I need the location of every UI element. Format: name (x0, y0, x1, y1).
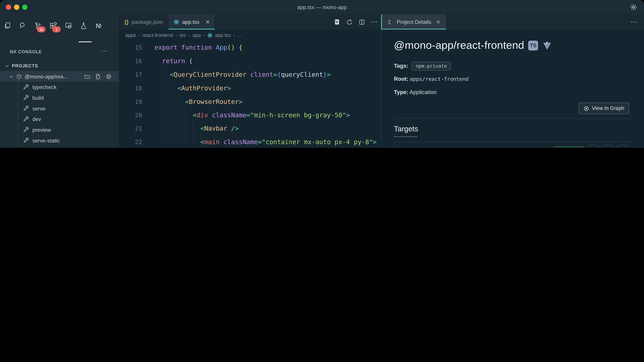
more-actions-icon[interactable]: ⋯ (102, 48, 108, 54)
more-actions-icon[interactable]: ⋯ (371, 18, 378, 26)
panel-tab-bar: Project Details ✕ ⋯ (382, 14, 644, 30)
breadcrumb-separator: › (176, 33, 177, 38)
tree-item-target-build-deps[interactable]: build-deps (0, 146, 119, 148)
target-label: preview (32, 127, 51, 133)
focus-graph-button[interactable] (602, 145, 614, 148)
close-tab-icon[interactable]: ✕ (436, 19, 440, 25)
code-area[interactable]: 15export function App() {16 return (17 <… (120, 41, 381, 148)
code-line: 15export function App() { (120, 41, 381, 55)
code-line: 19 <BrowserRouter> (120, 95, 381, 109)
list-tree-icon (388, 19, 394, 25)
breadcrumb: apps›react-frontend›src›app›app.tsx›... (120, 29, 381, 41)
tab-package-json[interactable]: {} package.json (120, 14, 168, 30)
wrench-icon (23, 127, 29, 133)
more-actions-icon[interactable]: ⋯ (630, 18, 638, 26)
remote-explorer-icon[interactable] (63, 20, 73, 30)
breadcrumb-separator: › (138, 33, 140, 38)
nx-console-icon[interactable]: N⟩ (94, 20, 104, 30)
tab-project-details[interactable]: Project Details ✕ (382, 14, 446, 30)
line-number: 18 (120, 82, 142, 95)
vscode-window: app.tsx — mono-app 32 1 (0, 0, 644, 148)
view-in-graph-button[interactable]: View In Graph (579, 103, 629, 114)
editor-group: {} package.json app.tsx ✕ ⋯ apps›react-f… (120, 14, 381, 148)
extensions-badge: 1 (52, 26, 61, 32)
root-row: Root: apps/react-frontend (394, 76, 469, 82)
breadcrumb-item[interactable]: react-frontend (142, 32, 173, 38)
tab-label: package.json (132, 19, 163, 25)
open-folder-icon[interactable] (84, 73, 90, 79)
testing-icon[interactable] (78, 20, 88, 30)
breadcrumb-item[interactable]: app (192, 32, 201, 38)
target-label: dev (32, 116, 41, 122)
focus-target-icon[interactable] (106, 73, 112, 79)
type-value: Application (410, 89, 437, 95)
button-label: View In Graph (592, 105, 624, 111)
wrench-icon (23, 137, 29, 143)
breadcrumb-separator: › (233, 33, 235, 38)
divider (394, 118, 632, 118)
settings-gear-icon[interactable] (630, 3, 638, 11)
tree-item-target-serve-static[interactable]: serve-static (0, 135, 119, 146)
root-value: apps/react-frontend (410, 76, 468, 82)
tree-item-target-build[interactable]: build (0, 92, 119, 103)
chevron-down-icon (9, 74, 14, 79)
type-row: Type: Application (394, 89, 437, 95)
tree-item-project[interactable]: @mono-app/rea... (0, 71, 119, 82)
tree-item-target-typecheck[interactable]: typecheck (0, 82, 119, 92)
breadcrumb-item[interactable]: app.tsx (207, 32, 231, 38)
code-line: 22 <main className="container mx-auto px… (120, 136, 381, 148)
json-icon: {} (124, 19, 129, 25)
targets-heading: Targets (394, 125, 418, 133)
graph-target-icon (584, 106, 589, 111)
sidebar-panel-header: NX CONSOLE ⋯ (0, 47, 119, 58)
search-icon[interactable] (18, 20, 28, 30)
tree-item-target-serve[interactable]: serve (0, 103, 119, 114)
breadcrumb-item[interactable]: apps (125, 32, 136, 38)
source-control-icon[interactable]: 32 (33, 20, 43, 30)
run-project-icon[interactable] (334, 18, 340, 25)
sidebar-panel-title: NX CONSOLE (10, 49, 42, 54)
run-target-button[interactable] (616, 145, 628, 148)
extensions-icon[interactable]: 1 (48, 20, 58, 30)
close-tab-icon[interactable]: ✕ (206, 19, 210, 25)
project-details-body: @mono-app/react-frontend TS Tags:npm:pri… (382, 29, 644, 148)
project-title: @mono-app/react-frontend TS (394, 39, 552, 52)
line-number: 17 (120, 68, 142, 82)
line-number: 20 (120, 109, 142, 122)
tag-badge: npm:private (412, 61, 451, 70)
breadcrumb-item[interactable]: ... (237, 32, 242, 38)
sidebar: 32 1 N⟩ NX CONSOLE ⋯ PROJECTS (0, 14, 120, 148)
vite-icon (542, 40, 552, 50)
project-name-label: @mono-app/rea... (25, 73, 68, 79)
wrench-icon (23, 84, 29, 90)
line-number: 19 (120, 95, 142, 109)
title-bar: app.tsx — mono-app (0, 0, 644, 14)
tree-item-target-dev[interactable]: dev (0, 114, 119, 124)
copy-task-button[interactable] (588, 145, 599, 148)
target-label: build (32, 94, 44, 101)
split-editor-icon[interactable] (358, 18, 365, 25)
breadcrumb-item[interactable]: src (180, 32, 186, 38)
breadcrumb-separator: › (188, 33, 190, 38)
tab-label: Project Details (397, 19, 431, 25)
explorer-icon[interactable] (2, 20, 12, 30)
active-view-indicator (78, 41, 92, 42)
target-label: serve (32, 105, 46, 111)
tree-section-projects[interactable]: PROJECTS (0, 60, 119, 71)
editor-actions: ⋯ (334, 14, 378, 30)
code-line: 21 <Navbar /> (120, 122, 381, 136)
status-badge: Cacheable (553, 146, 584, 148)
target-card-build[interactable]: buildvite buildCacheable (394, 142, 632, 148)
tab-app-tsx[interactable]: app.tsx ✕ (168, 14, 215, 30)
open-config-file-icon[interactable] (95, 73, 101, 79)
wrench-icon (23, 94, 29, 101)
activity-bar: 32 1 N⟩ (2, 16, 104, 34)
breadcrumb-separator: › (203, 33, 205, 38)
window-title: app.tsx — mono-app (0, 0, 644, 14)
refresh-icon[interactable] (346, 18, 353, 25)
vite-icon (423, 147, 429, 148)
line-number: 22 (120, 136, 142, 148)
line-number: 16 (120, 54, 142, 68)
tree-section-label: PROJECTS (12, 63, 38, 68)
tree-item-target-preview[interactable]: preview (0, 124, 119, 135)
